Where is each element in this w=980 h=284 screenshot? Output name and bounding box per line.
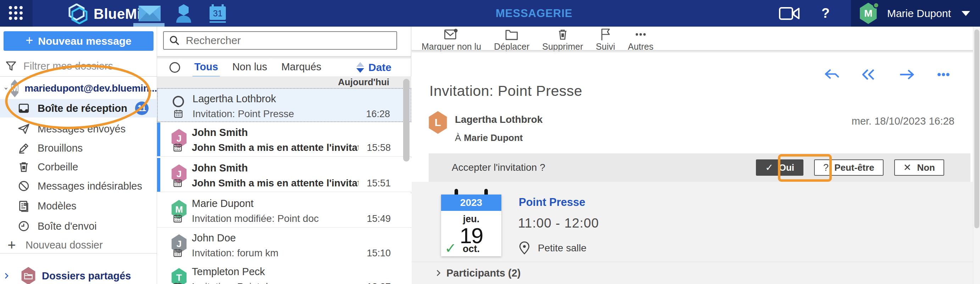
inbox-icon <box>18 102 30 114</box>
more-actions-button[interactable]: Autres <box>628 28 654 52</box>
reply-icon[interactable] <box>824 69 840 81</box>
event-date-card: 2023 jeu. 19 oct. ✓ <box>441 195 501 256</box>
accept-no-button[interactable]: ✕ Non <box>894 160 944 176</box>
tab-all[interactable]: Tous <box>194 61 218 74</box>
tab-unread[interactable]: Non lus <box>232 61 267 74</box>
contacts-icon <box>175 4 192 23</box>
folder-icon <box>505 28 519 41</box>
tab-flagged[interactable]: Marqués <box>281 61 321 74</box>
svg-text:31: 31 <box>213 8 223 18</box>
unread-indicator <box>157 158 160 192</box>
paper-plane-icon <box>18 123 30 135</box>
sidebar-item-shared-folders[interactable]: Dossiers partagés <box>0 267 157 284</box>
calendar-app-icon: 31 <box>209 4 227 23</box>
app-grid-button[interactable] <box>0 0 33 27</box>
event-location: Petite salle <box>519 241 586 255</box>
flag-button[interactable]: Suivi <box>596 28 615 52</box>
search-box <box>163 31 397 50</box>
sidebar-item-sent[interactable]: Messages envoyés <box>0 120 157 137</box>
invitation-response-bar: Accepter l'invitation ? ✓ Oui ? Peut-êtr… <box>429 153 970 182</box>
check-icon: ✓ <box>765 162 773 173</box>
template-icon <box>18 200 30 212</box>
new-folder-button[interactable]: + Nouveau dossier <box>0 236 157 254</box>
participants-toggle[interactable]: Participants (2) <box>412 262 973 284</box>
event-details: 2023 jeu. 19 oct. ✓ Point Presse 11:00 -… <box>412 182 973 284</box>
message-row[interactable]: J John Smith John Smith a mis en attente… <box>157 158 411 192</box>
bluemind-webmail-app: BlueMind <box>0 0 980 284</box>
folder-filter-input[interactable] <box>24 61 140 72</box>
help-icon[interactable]: ? <box>821 6 830 21</box>
reply-all-icon[interactable] <box>861 69 878 81</box>
event-time: 11:00 - 12:00 <box>518 216 599 231</box>
unread-indicator <box>157 123 160 156</box>
message-row[interactable]: Lagertha Lothbrok Invitation: Point Pres… <box>157 88 411 122</box>
chevron-right-icon <box>2 271 11 280</box>
message-row[interactable]: J John Smith John Smith a mis en attente… <box>157 123 411 156</box>
folder-filter <box>5 58 152 74</box>
select-all-circle[interactable] <box>169 62 180 73</box>
sidebar-item-outbox[interactable]: Boîte d'envoi <box>0 218 157 235</box>
event-title: Point Presse <box>519 196 585 209</box>
filter-funnel-icon <box>5 60 17 72</box>
event-icon <box>173 178 183 188</box>
sort-arrows-icon <box>356 62 364 73</box>
mark-unread-icon <box>444 28 458 41</box>
invitation-buttons: ✓ Oui ? Peut-être ✕ Non <box>756 160 944 176</box>
chevron-expanded-icon <box>3 84 8 93</box>
event-icon <box>173 213 183 223</box>
sort-by-date[interactable]: Date <box>356 59 391 76</box>
message-date: mer. 18/10/2023 16:28 <box>852 115 955 127</box>
reader-scrollbar[interactable] <box>973 27 980 284</box>
sidebar-account[interactable]: M mariedupont@dev.bluemin... <box>0 80 157 97</box>
chevron-down-icon <box>962 11 970 16</box>
divider <box>157 56 411 59</box>
tab-calendar[interactable]: 31 <box>201 0 235 27</box>
move-button[interactable]: Déplacer <box>494 28 529 52</box>
user-menu[interactable]: M Marie Dupont <box>851 0 980 27</box>
reply-actions <box>824 69 951 81</box>
video-call-icon[interactable] <box>779 7 800 20</box>
tab-mail[interactable] <box>133 0 167 27</box>
recipient-line: ÀMarie Dupont <box>455 132 523 144</box>
pencil-icon <box>18 142 30 154</box>
bluemind-logo-icon <box>67 3 89 24</box>
plus-icon: + <box>6 237 18 253</box>
cross-icon: ✕ <box>904 162 912 173</box>
sidebar-item-drafts[interactable]: Brouillons <box>0 139 157 156</box>
read-status-circle[interactable] <box>173 96 184 107</box>
block-icon <box>18 180 30 192</box>
message-row[interactable]: T Templeton Peck Invitation: Point d 13:… <box>157 262 411 284</box>
message-row[interactable]: M Marie Dupont Invitation modifiée: Poin… <box>157 193 411 228</box>
search-input[interactable] <box>186 34 391 46</box>
clock-icon <box>18 220 30 232</box>
topbar: BlueMind <box>0 0 980 27</box>
event-icon <box>173 248 183 258</box>
tab-contacts[interactable] <box>167 0 201 27</box>
list-scrollbar[interactable] <box>403 79 409 161</box>
accept-yes-button[interactable]: ✓ Oui <box>756 160 803 176</box>
accept-maybe-button[interactable]: ? Peut-être <box>814 160 884 176</box>
invitation-question: Accepter l'invitation ? <box>452 162 545 173</box>
sidebar-item-inbox[interactable]: Boîte de réception 11 <box>0 99 157 118</box>
more-icon[interactable] <box>935 69 951 81</box>
event-year: 2023 <box>441 195 501 211</box>
scrollbar-thumb[interactable] <box>974 29 979 228</box>
delete-button[interactable]: Supprimer <box>542 28 583 52</box>
sidebar-item-junk[interactable]: Messages indésirables <box>0 177 157 195</box>
sidebar-item-templates[interactable]: Modèles <box>0 197 157 214</box>
date-group-header: Aujourd'hui <box>157 76 411 88</box>
divider <box>0 253 157 254</box>
app-title: MESSAGERIE <box>496 7 573 20</box>
active-tab-underline <box>133 23 164 27</box>
sender-avatar: L <box>428 111 448 134</box>
new-message-button[interactable]: + Nouveau message <box>3 31 154 51</box>
mail-icon <box>138 6 161 21</box>
message-row[interactable]: J John Doe Invitation: forum km 15:10 <box>157 228 411 262</box>
accepted-check-icon: ✓ <box>445 240 457 256</box>
sender-name: Lagertha Lothbrok <box>455 114 542 125</box>
forward-icon[interactable] <box>899 69 915 81</box>
mark-unread-button[interactable]: Marquer non lu <box>422 28 481 52</box>
user-avatar: M <box>859 3 878 24</box>
message-list-pane: Tous Non lus Marqués Date Aujourd'hui La… <box>157 27 411 284</box>
sidebar-item-trash[interactable]: Corbeille <box>0 158 157 176</box>
